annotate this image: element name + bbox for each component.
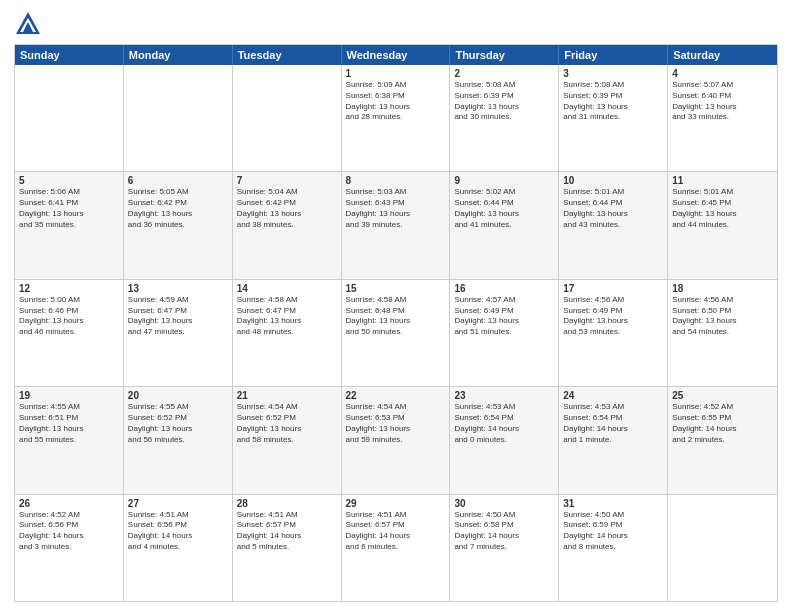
day-number: 8 bbox=[346, 175, 446, 186]
day-number: 4 bbox=[672, 68, 773, 79]
day-info: Sunrise: 4:54 AM Sunset: 6:53 PM Dayligh… bbox=[346, 402, 446, 445]
calendar-cell: 16Sunrise: 4:57 AM Sunset: 6:49 PM Dayli… bbox=[450, 280, 559, 386]
day-info: Sunrise: 4:58 AM Sunset: 6:47 PM Dayligh… bbox=[237, 295, 337, 338]
day-number: 6 bbox=[128, 175, 228, 186]
day-number: 27 bbox=[128, 498, 228, 509]
day-info: Sunrise: 4:52 AM Sunset: 6:55 PM Dayligh… bbox=[672, 402, 773, 445]
day-number: 2 bbox=[454, 68, 554, 79]
day-info: Sunrise: 4:55 AM Sunset: 6:51 PM Dayligh… bbox=[19, 402, 119, 445]
calendar-cell: 1Sunrise: 5:09 AM Sunset: 6:38 PM Daylig… bbox=[342, 65, 451, 171]
day-number: 23 bbox=[454, 390, 554, 401]
day-number: 7 bbox=[237, 175, 337, 186]
day-info: Sunrise: 4:59 AM Sunset: 6:47 PM Dayligh… bbox=[128, 295, 228, 338]
day-number: 3 bbox=[563, 68, 663, 79]
calendar-cell: 28Sunrise: 4:51 AM Sunset: 6:57 PM Dayli… bbox=[233, 495, 342, 601]
calendar-cell: 17Sunrise: 4:56 AM Sunset: 6:49 PM Dayli… bbox=[559, 280, 668, 386]
day-info: Sunrise: 5:04 AM Sunset: 6:42 PM Dayligh… bbox=[237, 187, 337, 230]
calendar-cell: 11Sunrise: 5:01 AM Sunset: 6:45 PM Dayli… bbox=[668, 172, 777, 278]
calendar-body: 1Sunrise: 5:09 AM Sunset: 6:38 PM Daylig… bbox=[15, 65, 777, 601]
day-info: Sunrise: 4:56 AM Sunset: 6:50 PM Dayligh… bbox=[672, 295, 773, 338]
day-info: Sunrise: 5:01 AM Sunset: 6:44 PM Dayligh… bbox=[563, 187, 663, 230]
page: SundayMondayTuesdayWednesdayThursdayFrid… bbox=[0, 0, 792, 612]
day-number: 16 bbox=[454, 283, 554, 294]
calendar-cell: 5Sunrise: 5:06 AM Sunset: 6:41 PM Daylig… bbox=[15, 172, 124, 278]
calendar-header: SundayMondayTuesdayWednesdayThursdayFrid… bbox=[15, 45, 777, 65]
day-number: 21 bbox=[237, 390, 337, 401]
calendar-cell bbox=[124, 65, 233, 171]
calendar-cell: 6Sunrise: 5:05 AM Sunset: 6:42 PM Daylig… bbox=[124, 172, 233, 278]
header-day-tuesday: Tuesday bbox=[233, 45, 342, 65]
day-number: 14 bbox=[237, 283, 337, 294]
day-number: 25 bbox=[672, 390, 773, 401]
header-day-thursday: Thursday bbox=[450, 45, 559, 65]
day-info: Sunrise: 4:54 AM Sunset: 6:52 PM Dayligh… bbox=[237, 402, 337, 445]
day-info: Sunrise: 4:53 AM Sunset: 6:54 PM Dayligh… bbox=[563, 402, 663, 445]
day-number: 31 bbox=[563, 498, 663, 509]
day-number: 20 bbox=[128, 390, 228, 401]
day-number: 24 bbox=[563, 390, 663, 401]
day-number: 13 bbox=[128, 283, 228, 294]
day-number: 18 bbox=[672, 283, 773, 294]
calendar-cell: 10Sunrise: 5:01 AM Sunset: 6:44 PM Dayli… bbox=[559, 172, 668, 278]
day-info: Sunrise: 5:00 AM Sunset: 6:46 PM Dayligh… bbox=[19, 295, 119, 338]
day-number: 1 bbox=[346, 68, 446, 79]
calendar-cell: 30Sunrise: 4:50 AM Sunset: 6:58 PM Dayli… bbox=[450, 495, 559, 601]
calendar-cell: 23Sunrise: 4:53 AM Sunset: 6:54 PM Dayli… bbox=[450, 387, 559, 493]
header-day-sunday: Sunday bbox=[15, 45, 124, 65]
calendar-week-3: 12Sunrise: 5:00 AM Sunset: 6:46 PM Dayli… bbox=[15, 280, 777, 387]
calendar-cell: 31Sunrise: 4:50 AM Sunset: 6:59 PM Dayli… bbox=[559, 495, 668, 601]
header-day-monday: Monday bbox=[124, 45, 233, 65]
day-number: 22 bbox=[346, 390, 446, 401]
day-info: Sunrise: 5:09 AM Sunset: 6:38 PM Dayligh… bbox=[346, 80, 446, 123]
calendar-cell: 26Sunrise: 4:52 AM Sunset: 6:56 PM Dayli… bbox=[15, 495, 124, 601]
day-info: Sunrise: 4:58 AM Sunset: 6:48 PM Dayligh… bbox=[346, 295, 446, 338]
calendar: SundayMondayTuesdayWednesdayThursdayFrid… bbox=[14, 44, 778, 602]
day-info: Sunrise: 5:02 AM Sunset: 6:44 PM Dayligh… bbox=[454, 187, 554, 230]
logo bbox=[14, 10, 46, 38]
calendar-cell bbox=[233, 65, 342, 171]
calendar-week-5: 26Sunrise: 4:52 AM Sunset: 6:56 PM Dayli… bbox=[15, 495, 777, 601]
calendar-cell: 18Sunrise: 4:56 AM Sunset: 6:50 PM Dayli… bbox=[668, 280, 777, 386]
day-info: Sunrise: 4:56 AM Sunset: 6:49 PM Dayligh… bbox=[563, 295, 663, 338]
calendar-cell: 19Sunrise: 4:55 AM Sunset: 6:51 PM Dayli… bbox=[15, 387, 124, 493]
day-number: 26 bbox=[19, 498, 119, 509]
calendar-cell: 22Sunrise: 4:54 AM Sunset: 6:53 PM Dayli… bbox=[342, 387, 451, 493]
header bbox=[14, 10, 778, 38]
day-number: 30 bbox=[454, 498, 554, 509]
calendar-cell: 21Sunrise: 4:54 AM Sunset: 6:52 PM Dayli… bbox=[233, 387, 342, 493]
day-info: Sunrise: 4:51 AM Sunset: 6:57 PM Dayligh… bbox=[346, 510, 446, 553]
calendar-cell: 3Sunrise: 5:08 AM Sunset: 6:39 PM Daylig… bbox=[559, 65, 668, 171]
calendar-cell: 27Sunrise: 4:51 AM Sunset: 6:56 PM Dayli… bbox=[124, 495, 233, 601]
calendar-cell: 14Sunrise: 4:58 AM Sunset: 6:47 PM Dayli… bbox=[233, 280, 342, 386]
calendar-cell bbox=[668, 495, 777, 601]
day-number: 10 bbox=[563, 175, 663, 186]
day-number: 19 bbox=[19, 390, 119, 401]
day-number: 15 bbox=[346, 283, 446, 294]
calendar-cell: 13Sunrise: 4:59 AM Sunset: 6:47 PM Dayli… bbox=[124, 280, 233, 386]
day-info: Sunrise: 5:06 AM Sunset: 6:41 PM Dayligh… bbox=[19, 187, 119, 230]
calendar-cell: 9Sunrise: 5:02 AM Sunset: 6:44 PM Daylig… bbox=[450, 172, 559, 278]
day-info: Sunrise: 4:52 AM Sunset: 6:56 PM Dayligh… bbox=[19, 510, 119, 553]
day-number: 29 bbox=[346, 498, 446, 509]
day-info: Sunrise: 5:03 AM Sunset: 6:43 PM Dayligh… bbox=[346, 187, 446, 230]
day-number: 5 bbox=[19, 175, 119, 186]
day-info: Sunrise: 4:50 AM Sunset: 6:58 PM Dayligh… bbox=[454, 510, 554, 553]
calendar-week-1: 1Sunrise: 5:09 AM Sunset: 6:38 PM Daylig… bbox=[15, 65, 777, 172]
day-number: 12 bbox=[19, 283, 119, 294]
day-info: Sunrise: 4:50 AM Sunset: 6:59 PM Dayligh… bbox=[563, 510, 663, 553]
day-number: 11 bbox=[672, 175, 773, 186]
calendar-cell: 7Sunrise: 5:04 AM Sunset: 6:42 PM Daylig… bbox=[233, 172, 342, 278]
calendar-cell: 15Sunrise: 4:58 AM Sunset: 6:48 PM Dayli… bbox=[342, 280, 451, 386]
day-number: 9 bbox=[454, 175, 554, 186]
day-number: 17 bbox=[563, 283, 663, 294]
calendar-cell: 24Sunrise: 4:53 AM Sunset: 6:54 PM Dayli… bbox=[559, 387, 668, 493]
day-info: Sunrise: 4:51 AM Sunset: 6:56 PM Dayligh… bbox=[128, 510, 228, 553]
calendar-cell: 25Sunrise: 4:52 AM Sunset: 6:55 PM Dayli… bbox=[668, 387, 777, 493]
header-day-wednesday: Wednesday bbox=[342, 45, 451, 65]
header-day-friday: Friday bbox=[559, 45, 668, 65]
day-info: Sunrise: 4:57 AM Sunset: 6:49 PM Dayligh… bbox=[454, 295, 554, 338]
day-info: Sunrise: 4:53 AM Sunset: 6:54 PM Dayligh… bbox=[454, 402, 554, 445]
day-info: Sunrise: 5:07 AM Sunset: 6:40 PM Dayligh… bbox=[672, 80, 773, 123]
day-info: Sunrise: 5:08 AM Sunset: 6:39 PM Dayligh… bbox=[563, 80, 663, 123]
day-info: Sunrise: 4:55 AM Sunset: 6:52 PM Dayligh… bbox=[128, 402, 228, 445]
